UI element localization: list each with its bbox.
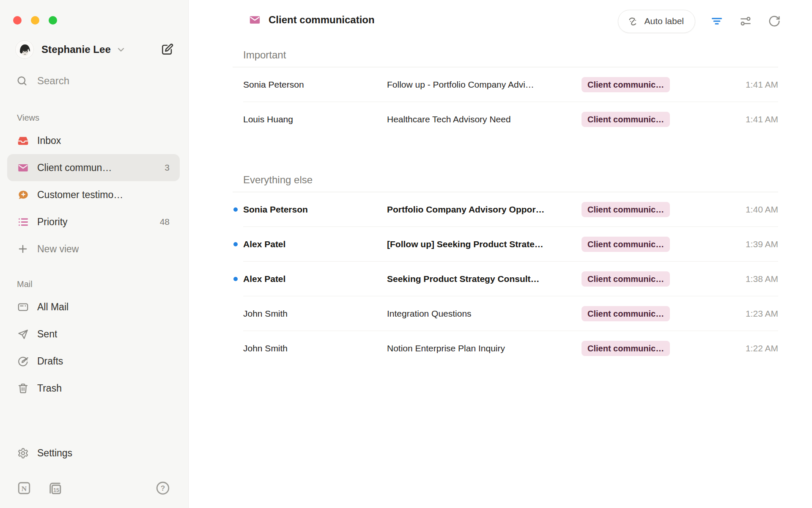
trash-icon — [17, 383, 29, 394]
main-content: Client communication Auto label — [189, 0, 812, 508]
sidebar-item-label: Drafts — [37, 356, 63, 367]
email-subject: Notion Enterprise Plan Inquiry — [387, 343, 582, 353]
help-glyph: ? — [161, 484, 165, 492]
email-list: Important Sonia Peterson Follow up - Por… — [233, 42, 778, 366]
email-row[interactable]: Alex Patel Seeking Product Strategy Cons… — [233, 262, 778, 296]
auto-label-icon — [628, 16, 639, 27]
label-chip[interactable]: Client communic… — [582, 341, 670, 356]
mail-section-label: Mail — [17, 279, 188, 289]
label-chip[interactable]: Client communic… — [582, 271, 670, 287]
label-chip[interactable]: Client communic… — [582, 77, 670, 92]
notion-app-icon[interactable]: N — [17, 481, 31, 495]
email-time: 1:41 AM — [706, 80, 778, 90]
calendar-day: 15 — [53, 487, 59, 493]
email-sender: Alex Patel — [243, 274, 387, 284]
email-sender: Sonia Peterson — [243, 204, 387, 215]
drafts-icon — [17, 356, 29, 367]
envelope-icon — [17, 162, 29, 174]
sidebar: Stephanie Lee Search Views — [0, 0, 189, 508]
account-switcher[interactable]: Stephanie Lee — [15, 38, 174, 61]
email-time: 1:38 AM — [706, 274, 778, 284]
sidebar-item-all-mail[interactable]: All Mail — [7, 293, 180, 320]
sidebar-item-inbox[interactable]: Inbox — [7, 127, 180, 154]
sidebar-item-label: Settings — [37, 447, 72, 459]
email-row[interactable]: Alex Patel [Follow up] Seeking Product S… — [233, 227, 778, 262]
section-title: Everything else — [233, 173, 778, 187]
count-badge: 48 — [160, 217, 170, 227]
email-subject: Follow up - Portfolio Company Advi… — [387, 80, 582, 90]
sidebar-item-trash[interactable]: Trash — [7, 375, 180, 402]
email-sender: Alex Patel — [243, 239, 387, 249]
section-important: Important Sonia Peterson Follow up - Por… — [233, 48, 778, 137]
window-controls — [13, 16, 57, 25]
sidebar-item-priority[interactable]: Priority 48 — [7, 208, 180, 235]
sidebar-item-label: Customer testimo… — [37, 189, 123, 201]
section-title: Important — [233, 48, 778, 62]
email-sender: Sonia Peterson — [243, 80, 387, 90]
notion-letter: N — [22, 484, 27, 493]
chat-plus-icon — [17, 189, 29, 201]
auto-label-button[interactable]: Auto label — [618, 10, 695, 33]
sidebar-item-label: Trash — [37, 383, 62, 394]
sidebar-item-label: New view — [37, 243, 79, 255]
new-view-button[interactable]: New view — [7, 235, 180, 262]
sidebar-item-label: Client commun… — [37, 162, 112, 174]
email-row[interactable]: Sonia Peterson Portfolio Company Advisor… — [233, 192, 778, 227]
sidebar-item-label: All Mail — [37, 301, 69, 313]
mail-app-window: Stephanie Lee Search Views — [0, 0, 812, 508]
settings-button[interactable]: Settings — [7, 439, 180, 467]
view-header: Client communication Auto label — [189, 0, 812, 42]
user-name: Stephanie Lee — [41, 44, 111, 55]
envelope-icon — [248, 14, 261, 26]
sidebar-item-customer-testimonials[interactable]: Customer testimo… — [7, 181, 180, 208]
priority-list-icon — [17, 216, 29, 228]
email-time: 1:23 AM — [706, 309, 778, 319]
inbox-icon — [17, 135, 29, 146]
window-close-button[interactable] — [13, 16, 22, 25]
sidebar-item-sent[interactable]: Sent — [7, 320, 180, 348]
search-icon — [16, 75, 28, 87]
refresh-icon[interactable] — [767, 14, 782, 28]
window-minimize-button[interactable] — [31, 16, 39, 25]
search-label: Search — [37, 75, 69, 87]
gear-icon — [17, 447, 29, 459]
email-row[interactable]: Sonia Peterson Follow up - Portfolio Com… — [233, 67, 778, 102]
email-time: 1:40 AM — [706, 204, 778, 215]
section-everything-else: Everything else Sonia Peterson Portfolio… — [233, 173, 778, 366]
label-chip[interactable]: Client communic… — [582, 112, 670, 127]
email-sender: John Smith — [243, 343, 387, 353]
help-icon[interactable]: ? — [155, 480, 170, 496]
window-zoom-button[interactable] — [49, 16, 57, 25]
email-subject: Healthcare Tech Advisory Need — [387, 114, 582, 124]
email-subject: Seeking Product Strategy Consult… — [387, 274, 582, 284]
label-chip[interactable]: Client communic… — [582, 237, 670, 252]
email-sender: Louis Huang — [243, 114, 387, 124]
avatar — [15, 40, 34, 59]
views-section-label: Views — [17, 113, 188, 123]
email-row[interactable]: Louis Huang Healthcare Tech Advisory Nee… — [233, 102, 778, 137]
sidebar-item-client-communication[interactable]: Client commun… 3 — [7, 154, 180, 181]
email-subject: [Follow up] Seeking Product Strate… — [387, 239, 582, 249]
sidebar-item-label: Inbox — [37, 135, 61, 146]
all-mail-icon — [17, 301, 29, 313]
email-subject: Integration Questions — [387, 309, 582, 319]
compose-icon[interactable] — [160, 43, 174, 56]
filter-icon[interactable] — [710, 14, 724, 28]
auto-label-text: Auto label — [645, 16, 684, 26]
label-chip[interactable]: Client communic… — [582, 306, 670, 321]
display-settings-icon[interactable] — [738, 14, 753, 28]
email-row[interactable]: John Smith Notion Enterprise Plan Inquir… — [233, 331, 778, 366]
chevron-down-icon — [116, 44, 126, 55]
calendar-app-icon[interactable]: 15 — [47, 480, 63, 496]
sidebar-footer: Settings N 15 — [0, 439, 188, 508]
sidebar-item-drafts[interactable]: Drafts — [7, 348, 180, 375]
unread-dot — [233, 277, 238, 281]
sidebar-item-label: Sent — [37, 329, 57, 340]
send-icon — [17, 329, 29, 340]
search-button[interactable]: Search — [16, 72, 173, 89]
email-time: 1:39 AM — [706, 239, 778, 249]
label-chip[interactable]: Client communic… — [582, 202, 670, 217]
email-subject: Portfolio Company Advisory Oppor… — [387, 204, 582, 215]
sidebar-item-label: Priority — [37, 216, 68, 228]
email-row[interactable]: John Smith Integration Questions Client … — [233, 296, 778, 331]
